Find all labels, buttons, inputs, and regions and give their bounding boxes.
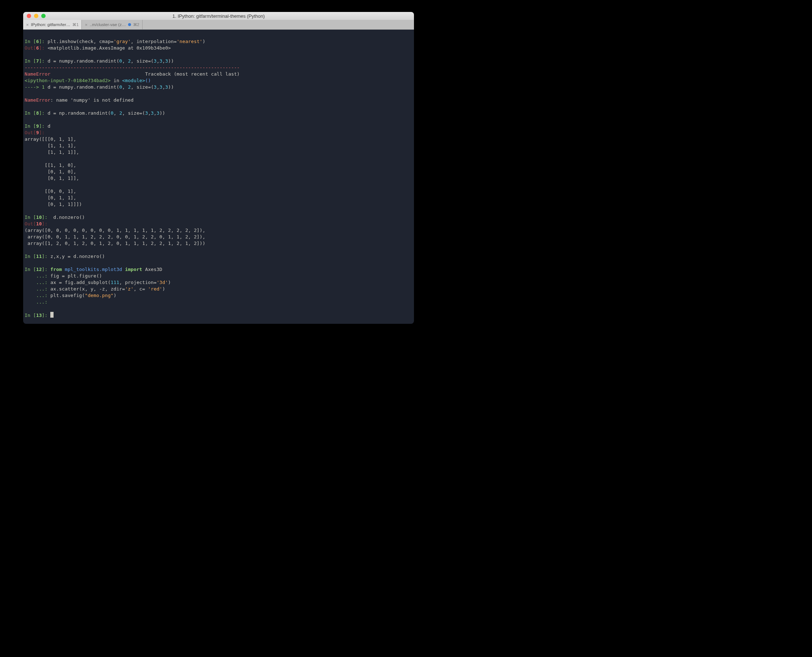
- in-prompt: In [: [25, 267, 36, 272]
- module-name: mpl_toolkits.mplot3d: [62, 267, 125, 272]
- continuation-prompt: ...:: [25, 299, 50, 305]
- modified-dot-icon: [128, 23, 131, 26]
- code-line: d: [47, 123, 50, 129]
- tab-hotkey: ⌘1: [72, 22, 78, 27]
- tab-label: IPython: gitfarm/ter…: [31, 22, 70, 27]
- cursor[interactable]: [50, 312, 53, 318]
- traffic-lights: [27, 14, 45, 18]
- keyword-import: import: [125, 267, 142, 272]
- continuation-prompt: ...:: [25, 273, 50, 279]
- string-literal: 'nearest': [176, 39, 202, 44]
- in-prompt: In [: [25, 39, 36, 44]
- traceback-scope: <module>: [122, 78, 145, 83]
- minimize-icon[interactable]: [34, 14, 38, 18]
- string-literal: 'gray': [114, 39, 131, 44]
- zoom-icon[interactable]: [41, 14, 45, 18]
- tab-bar: × IPython: gitfarm/ter… ⌘1 × ..m/cluster…: [23, 20, 414, 30]
- terminal-body[interactable]: In [6]: plt.imshow(check, cmap='gray', i…: [23, 30, 414, 319]
- close-tab-icon[interactable]: ×: [85, 22, 87, 28]
- titlebar[interactable]: 1. IPython: gitfarm/terminal-themes (Pyt…: [23, 12, 414, 20]
- in-prompt-num: 6: [36, 39, 39, 44]
- in-prompt: In [: [25, 215, 36, 220]
- code-line: z,x,y = d.nonzero(): [50, 254, 105, 259]
- code-line: d = numpy.random.randint(: [47, 58, 119, 64]
- tab-cluster-vae[interactable]: × ..m/cluster-vae (z… ⌘2: [82, 20, 142, 29]
- close-tab-icon[interactable]: ×: [26, 22, 29, 28]
- keyword-from: from: [50, 267, 62, 272]
- array-output: array([[[0, 1, 1],: [25, 136, 76, 142]
- in-prompt: In [: [25, 254, 36, 259]
- traceback-arrow: ----> 1: [25, 84, 45, 90]
- code-line: d = np.random.randint(: [47, 111, 111, 116]
- code-line: plt.imshow(check, cmap=: [47, 39, 113, 44]
- continuation-prompt: ...:: [25, 286, 50, 291]
- code-line: d.nonzero(): [53, 215, 85, 220]
- error-message: : name 'numpy' is not defined: [50, 97, 134, 103]
- continuation-prompt: ...:: [25, 293, 50, 298]
- error-name: NameError: [25, 71, 50, 77]
- code-line: fig = plt.figure(): [50, 273, 102, 279]
- traceback-header: Traceback (most recent call last): [50, 71, 240, 77]
- out-prompt-num: 6: [36, 45, 39, 51]
- in-prompt: In [: [25, 123, 36, 129]
- continuation-prompt: ...:: [25, 280, 50, 285]
- out-prompt: Out[: [25, 221, 36, 226]
- tab-ipython[interactable]: × IPython: gitfarm/ter… ⌘1: [23, 20, 82, 29]
- tab-hotkey: ⌘2: [133, 22, 139, 27]
- out-prompt: Out[: [25, 45, 36, 51]
- in-prompt: In [: [25, 58, 36, 64]
- traceback-divider: ----------------------------------------…: [25, 65, 240, 70]
- tab-label: ..m/cluster-vae (z…: [90, 22, 126, 27]
- output-repr: <matplotlib.image.AxesImage at 0x109b34b…: [47, 45, 171, 51]
- window-title: 1. IPython: gitfarm/terminal-themes (Pyt…: [23, 13, 414, 19]
- error-name: NameError: [25, 97, 50, 103]
- close-icon[interactable]: [27, 14, 31, 18]
- traceback-file: <ipython-input-7-0184e734bad2>: [25, 78, 111, 83]
- out-prompt: Out[: [25, 130, 36, 135]
- array-output: (array([0, 0, 0, 0, 0, 0, 0, 0, 1, 1, 1,…: [25, 227, 205, 233]
- terminal-window: 1. IPython: gitfarm/terminal-themes (Pyt…: [23, 12, 414, 324]
- in-prompt: In [: [25, 313, 36, 318]
- in-prompt: In [: [25, 111, 36, 116]
